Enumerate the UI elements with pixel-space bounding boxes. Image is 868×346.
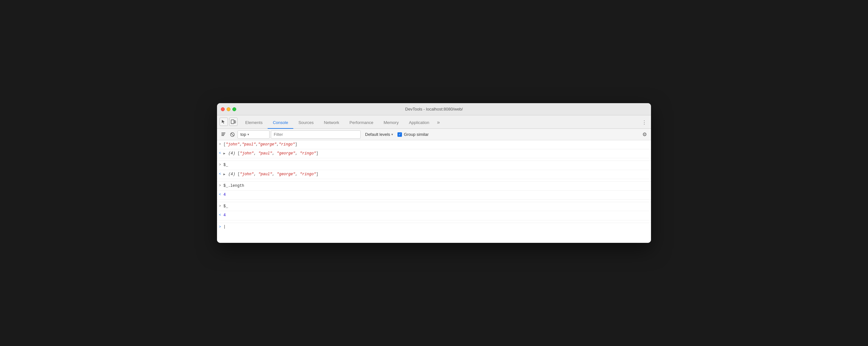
group-similar-label[interactable]: ✓ Group similar: [398, 132, 429, 137]
console-row-4: < ▶ (4) ["john", "paul", "george", "ring…: [217, 170, 651, 179]
tab-bar: Elements Console Sources Network Perform…: [217, 115, 651, 129]
prompt-arrow: >: [217, 224, 222, 230]
console-row-7: > $_: [217, 202, 651, 211]
clear-icon: [221, 132, 226, 137]
console-row-6: < 4: [217, 191, 651, 199]
row-8-content: 4: [222, 212, 651, 219]
context-arrow: ▾: [247, 133, 249, 136]
svg-rect-2: [221, 133, 225, 133]
svg-line-6: [231, 133, 234, 136]
row-7-content: $_: [222, 203, 651, 210]
minimize-button[interactable]: [227, 107, 230, 111]
console-settings-button[interactable]: ⚙: [641, 131, 648, 138]
expand-icon-2[interactable]: ▶: [223, 172, 225, 177]
title-bar: DevTools - localhost:8080/web/: [217, 103, 651, 115]
context-selector[interactable]: top ▾: [238, 130, 270, 139]
row-7-arrow: >: [217, 203, 222, 209]
cursor-icon: [221, 119, 226, 124]
row-4-content: ▶ (4) ["john", "paul", "george", "ringo"…: [222, 171, 651, 178]
console-row-1: > ["john","paul","george","ringo"]: [217, 140, 651, 149]
maximize-button[interactable]: [232, 107, 236, 111]
row-1-arrow: >: [217, 141, 222, 147]
tab-elements[interactable]: Elements: [240, 117, 268, 129]
tab-network[interactable]: Network: [319, 117, 345, 129]
svg-rect-3: [221, 134, 225, 134]
filter-input[interactable]: [271, 130, 361, 139]
tab-sources[interactable]: Sources: [293, 117, 319, 129]
console-row-8: < 4: [217, 211, 651, 220]
tab-bar-dots-button[interactable]: ⋮: [640, 116, 648, 128]
console-row-5: > $_.length: [217, 182, 651, 191]
row-6-content: 4: [222, 191, 651, 199]
block-button[interactable]: [228, 131, 236, 138]
row-4-arrow: <: [217, 171, 222, 177]
inspect-element-button[interactable]: [220, 118, 228, 126]
block-icon: [230, 132, 235, 137]
tab-performance[interactable]: Performance: [344, 117, 378, 129]
more-tabs-button[interactable]: »: [434, 116, 442, 128]
row-5-arrow: >: [217, 183, 222, 189]
divider-4: [217, 220, 651, 223]
tab-console[interactable]: Console: [268, 117, 293, 129]
row-5-content: $_.length: [222, 182, 651, 190]
expand-icon[interactable]: ▶: [223, 151, 225, 156]
tab-memory[interactable]: Memory: [378, 117, 404, 129]
row-2-content: ▶ (4) ["john", "paul", "george", "ringo"…: [222, 150, 651, 157]
group-similar-checkbox[interactable]: ✓: [398, 132, 402, 137]
traffic-lights: [221, 107, 236, 111]
levels-button[interactable]: Default levels ▾: [362, 130, 396, 139]
close-button[interactable]: [221, 107, 225, 111]
row-6-arrow: <: [217, 192, 222, 198]
window-title: DevTools - localhost:8080/web/: [405, 107, 463, 112]
checkmark-icon: ✓: [398, 133, 401, 136]
svg-rect-1: [234, 121, 236, 123]
device-toggle-button[interactable]: [229, 118, 238, 126]
divider-3: [217, 199, 651, 202]
clear-console-button[interactable]: [220, 131, 227, 138]
toolbar-right: ⚙: [641, 131, 648, 138]
row-1-content: ["john","paul","george","ringo"]: [222, 141, 651, 148]
toolbar-left: [220, 118, 238, 128]
device-icon: [231, 119, 236, 124]
svg-rect-4: [221, 135, 224, 136]
levels-arrow: ▾: [391, 133, 393, 136]
console-row-2: < ▶ (4) ["john", "paul", "george", "ring…: [217, 149, 651, 158]
row-2-arrow: <: [217, 151, 222, 156]
gear-icon: ⚙: [642, 131, 647, 137]
row-3-arrow: >: [217, 162, 222, 168]
console-output: > ["john","paul","george","ringo"] < ▶ (…: [217, 140, 651, 243]
devtools-window: DevTools - localhost:8080/web/ Elements …: [217, 103, 651, 243]
console-row-3: > $_: [217, 161, 651, 170]
console-input[interactable]: [222, 224, 651, 230]
divider-2: [217, 179, 651, 182]
tab-application[interactable]: Application: [404, 117, 435, 129]
row-8-arrow: <: [217, 212, 222, 218]
console-toolbar: top ▾ Default levels ▾ ✓ Group similar ⚙: [217, 129, 651, 140]
svg-rect-0: [231, 120, 234, 124]
row-3-content: $_: [222, 161, 651, 169]
console-prompt-row: >: [217, 223, 651, 231]
divider-1: [217, 158, 651, 161]
